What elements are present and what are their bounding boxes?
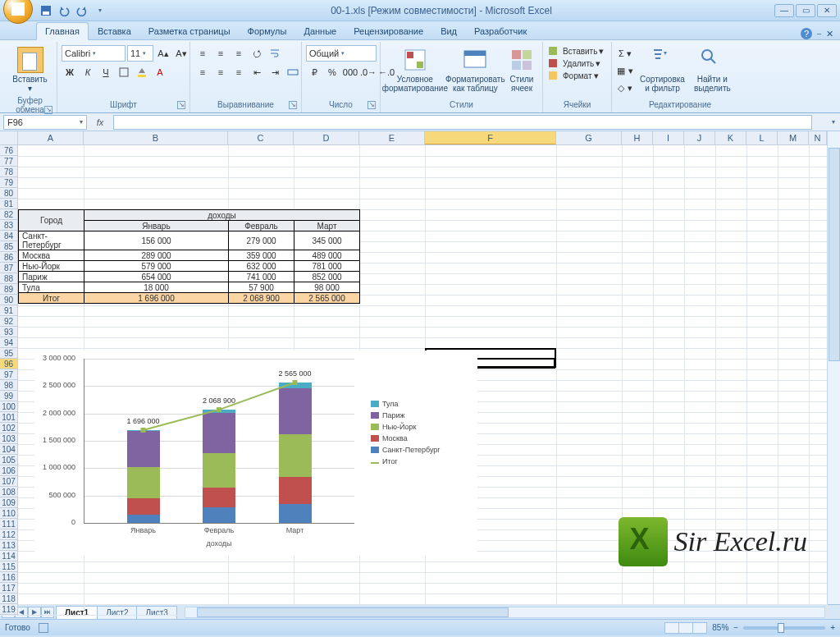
italic-icon[interactable]: К	[80, 64, 96, 80]
format-as-table-button[interactable]: Форматировать как таблицу	[448, 45, 503, 94]
decrease-font-icon[interactable]: A▾	[173, 45, 189, 62]
row-header-88[interactable]: 88	[0, 273, 17, 284]
formula-expand-icon[interactable]: ▾	[827, 118, 840, 126]
qat-redo-icon[interactable]	[74, 2, 90, 19]
ribbon-tab-0[interactable]: Главная	[36, 22, 89, 40]
ribbon-minimize-icon[interactable]: –	[817, 30, 821, 38]
align-center-icon[interactable]: ≡	[212, 64, 229, 80]
row-header-83[interactable]: 83	[0, 220, 17, 231]
row-header-117[interactable]: 117	[0, 583, 17, 593]
row-header-111[interactable]: 111	[0, 519, 17, 529]
row-header-108[interactable]: 108	[0, 487, 17, 497]
row-header-78[interactable]: 78	[0, 167, 17, 177]
ribbon-tab-3[interactable]: Формулы	[240, 23, 295, 39]
row-header-115[interactable]: 115	[0, 561, 17, 572]
merge-icon[interactable]	[285, 64, 301, 80]
col-header-E[interactable]: E	[359, 131, 425, 144]
row-header-107[interactable]: 107	[0, 476, 17, 487]
col-header-B[interactable]: B	[84, 131, 228, 144]
row-header-118[interactable]: 118	[0, 593, 17, 604]
col-header-C[interactable]: C	[228, 131, 294, 144]
formula-input[interactable]	[113, 115, 812, 130]
row-header-90[interactable]: 90	[0, 295, 17, 305]
row-header-92[interactable]: 92	[0, 316, 17, 327]
row-header-82[interactable]: 82	[0, 209, 17, 220]
ribbon-tab-1[interactable]: Вставка	[89, 23, 139, 39]
ribbon-tab-5[interactable]: Рецензирование	[345, 23, 431, 39]
col-header-J[interactable]: J	[684, 131, 715, 144]
ribbon-tab-6[interactable]: Вид	[432, 23, 465, 39]
autosum-icon[interactable]: Σ ▾	[616, 45, 634, 62]
row-header-91[interactable]: 91	[0, 305, 17, 316]
align-right-icon[interactable]: ≡	[231, 64, 247, 80]
row-header-106[interactable]: 106	[0, 465, 17, 476]
align-mid-icon[interactable]: ≡	[212, 45, 229, 62]
row-header-110[interactable]: 110	[0, 508, 17, 519]
row-header-77[interactable]: 77	[0, 156, 17, 167]
ribbon-tab-4[interactable]: Данные	[295, 23, 345, 39]
align-left-icon[interactable]: ≡	[194, 64, 211, 80]
col-header-I[interactable]: I	[653, 131, 684, 144]
row-header-104[interactable]: 104	[0, 444, 17, 455]
name-box[interactable]: F96▾	[3, 115, 87, 130]
conditional-format-button[interactable]: Условное форматирование	[385, 45, 445, 94]
row-header-119[interactable]: 119	[0, 604, 17, 615]
row-header-101[interactable]: 101	[0, 412, 17, 423]
row-header-93[interactable]: 93	[0, 327, 17, 337]
zoom-in-icon[interactable]: +	[830, 623, 835, 632]
row-header-81[interactable]: 81	[0, 199, 17, 209]
comma-icon[interactable]: 000	[342, 64, 358, 80]
col-header-H[interactable]: H	[622, 131, 653, 144]
minimize-button[interactable]: —	[774, 4, 794, 17]
row-header-103[interactable]: 103	[0, 433, 17, 444]
align-top-icon[interactable]: ≡	[194, 45, 211, 62]
currency-icon[interactable]: ₽	[306, 64, 322, 80]
number-dialog-icon[interactable]: ↘	[368, 101, 376, 109]
macro-record-icon[interactable]	[39, 623, 48, 633]
row-header-100[interactable]: 100	[0, 401, 17, 412]
row-header-76[interactable]: 76	[0, 145, 17, 156]
cell-styles-button[interactable]: Стили ячеек	[505, 45, 538, 94]
indent-dec-icon[interactable]: ⇤	[249, 64, 265, 80]
help-icon[interactable]: ?	[801, 28, 812, 39]
doc-close-icon[interactable]: ✕	[826, 29, 833, 39]
row-header-85[interactable]: 85	[0, 241, 17, 252]
qat-save-icon[interactable]	[38, 2, 54, 19]
view-layout-icon[interactable]	[678, 622, 693, 634]
row-header-84[interactable]: 84	[0, 231, 17, 241]
horizontal-scrollbar[interactable]	[185, 607, 825, 618]
qat-customize-icon[interactable]: ▾	[92, 2, 108, 19]
row-header-86[interactable]: 86	[0, 252, 17, 263]
row-header-97[interactable]: 97	[0, 369, 17, 380]
qat-undo-icon[interactable]	[56, 2, 72, 19]
row-header-99[interactable]: 99	[0, 391, 17, 401]
font-name-combo[interactable]: Calibri▾	[62, 45, 126, 62]
zoom-out-icon[interactable]: −	[733, 623, 738, 632]
wrap-text-icon[interactable]	[267, 45, 283, 62]
percent-icon[interactable]: %	[324, 64, 340, 80]
row-header-89[interactable]: 89	[0, 284, 17, 295]
font-dialog-icon[interactable]: ↘	[177, 101, 185, 109]
col-header-M[interactable]: M	[778, 131, 809, 144]
col-header-K[interactable]: K	[715, 131, 746, 144]
col-header-D[interactable]: D	[294, 131, 359, 144]
office-button[interactable]	[3, 0, 33, 24]
fx-icon[interactable]: fx	[92, 115, 108, 130]
row-header-96[interactable]: 96	[0, 359, 17, 369]
maximize-button[interactable]: ▭	[796, 4, 815, 17]
col-header-A[interactable]: A	[18, 131, 84, 144]
increase-font-icon[interactable]: A▴	[155, 45, 171, 62]
zoom-slider[interactable]	[743, 626, 825, 630]
vertical-scrollbar[interactable]	[827, 131, 840, 604]
clipboard-dialog-icon[interactable]: ↘	[44, 106, 52, 114]
fill-icon[interactable]: ▦ ▾	[616, 62, 634, 79]
row-header-87[interactable]: 87	[0, 263, 17, 273]
border-icon[interactable]	[116, 64, 132, 80]
insert-cells-button[interactable]: Вставить ▾	[547, 45, 604, 57]
view-pagebreak-icon[interactable]	[692, 622, 707, 634]
align-bot-icon[interactable]: ≡	[231, 45, 247, 62]
ribbon-tab-2[interactable]: Разметка страницы	[140, 23, 239, 39]
paste-button[interactable]: Вставить ▾	[7, 45, 52, 94]
indent-inc-icon[interactable]: ⇥	[267, 64, 283, 80]
inc-decimal-icon[interactable]: .0→	[360, 64, 377, 80]
